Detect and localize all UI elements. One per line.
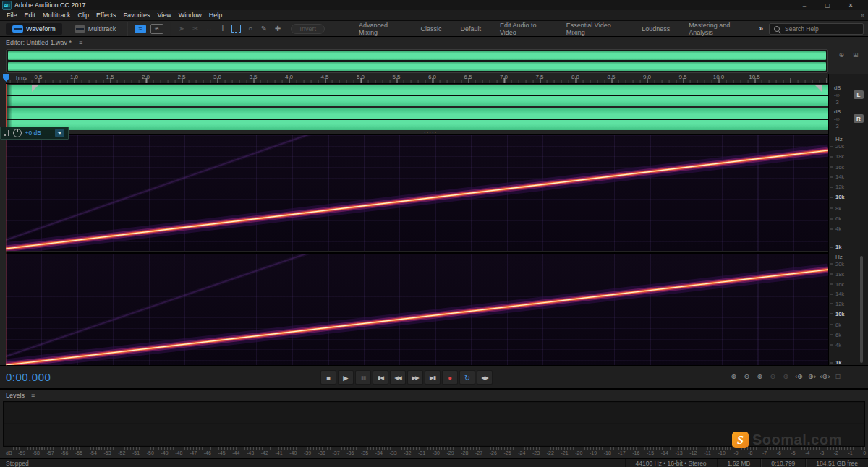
- overview-waveform-left: [8, 51, 826, 60]
- menu-window[interactable]: Window: [175, 12, 205, 19]
- workspace-essential-video-mixing[interactable]: Essential Video Mixing: [557, 22, 632, 36]
- menu-help[interactable]: Help: [205, 12, 226, 19]
- levels-scale-label: -40: [289, 450, 297, 455]
- skip-to-start-button[interactable]: ▮◀: [373, 370, 388, 385]
- skip-to-end-button[interactable]: ▶▮: [425, 370, 441, 385]
- levels-scale-label: -32: [404, 450, 411, 455]
- workspace-mastering-and-analysis[interactable]: Mastering and Analysis: [679, 22, 756, 36]
- zoom-in-amplitude-button[interactable]: ⊕: [728, 371, 739, 382]
- invert-button[interactable]: Invert: [291, 24, 325, 34]
- skip-selection-button[interactable]: ◀▶: [477, 370, 493, 385]
- time-selection-tool[interactable]: I: [216, 23, 229, 35]
- levels-scale-label: -18: [604, 450, 611, 455]
- workspace-classic[interactable]: Classic: [411, 25, 451, 33]
- record-button[interactable]: ●: [442, 370, 458, 385]
- workspace-loudness[interactable]: Loudness: [632, 25, 679, 33]
- panel-splitter-handle[interactable]: ·····: [424, 129, 437, 136]
- fast-forward-button[interactable]: ▶▶: [407, 370, 423, 385]
- grid-settings-icon[interactable]: ⊞: [853, 51, 859, 59]
- razor-tool[interactable]: ✂: [189, 23, 201, 35]
- levels-scale-label: -49: [161, 450, 168, 455]
- channel-left-button[interactable]: L: [854, 90, 864, 99]
- waveform-display-icon[interactable]: ≈: [135, 25, 146, 33]
- time-display[interactable]: 0:00.000: [6, 371, 51, 383]
- workspace-edit-audio-to-video[interactable]: Edit Audio to Video: [490, 22, 557, 36]
- waveform-channel-right[interactable]: [6, 108, 828, 130]
- panel-menu-icon[interactable]: ≡: [31, 392, 35, 399]
- spectral-display-right[interactable]: [6, 252, 828, 367]
- levels-scale-label: -11: [704, 450, 711, 455]
- vertical-zoom-icon[interactable]: ⊕: [838, 51, 844, 59]
- levels-scale-label: -10: [718, 450, 726, 455]
- editor-panel: Editor: Untitled 1.wav * ≡ ⊕ ⊞ hms 0.51.…: [0, 36, 868, 365]
- menu-clip[interactable]: Clip: [75, 12, 93, 19]
- waveform-view-button[interactable]: Waveform: [6, 23, 62, 35]
- workspace-overflow-icon[interactable]: »: [759, 25, 763, 33]
- levels-scale-label: -45: [218, 450, 225, 455]
- search-box[interactable]: [769, 23, 864, 35]
- loop-playback-button[interactable]: ↻: [459, 370, 475, 385]
- fade-in-handle[interactable]: [32, 85, 38, 92]
- zoom-in-left-edge-button[interactable]: ‹⊕: [793, 371, 804, 382]
- multitrack-view-button[interactable]: Multitrack: [68, 23, 123, 35]
- playback-status: Stopped: [6, 460, 29, 467]
- fade-out-handle[interactable]: [815, 85, 822, 92]
- close-button[interactable]: ✕: [839, 2, 862, 9]
- move-tool[interactable]: ➤: [175, 23, 187, 35]
- zoom-to-selection-button[interactable]: ‹⊕›: [820, 371, 830, 382]
- rewind-button[interactable]: ◀◀: [390, 370, 406, 385]
- menu-overflow-icon[interactable]: »: [861, 12, 864, 19]
- spectral-display-icon[interactable]: ≋: [150, 24, 163, 34]
- play-button[interactable]: ▶: [338, 370, 354, 385]
- levels-scale-label: -19: [590, 450, 597, 455]
- overview-strip[interactable]: [6, 49, 828, 73]
- waveform-channel-left[interactable]: [6, 85, 828, 106]
- panel-menu-icon[interactable]: ≡: [79, 39, 82, 46]
- meter-track-left: [4, 403, 864, 423]
- menu-multitrack[interactable]: Multitrack: [39, 12, 75, 19]
- zoom-reset-button[interactable]: ⊕: [780, 371, 791, 382]
- timeline-ruler[interactable]: hms 0.51.01.52.02.53.03.54.04.55.05.56.0…: [6, 74, 828, 84]
- vertical-scrollbar[interactable]: [860, 256, 863, 363]
- gain-value[interactable]: +0 dB: [25, 129, 41, 137]
- zoom-out-time-button[interactable]: ⊖: [767, 371, 778, 382]
- levels-scale-label: -14: [661, 450, 668, 455]
- menu-effects[interactable]: Effects: [93, 12, 119, 19]
- workspace-advanced-mixing[interactable]: Advanced Mixing: [349, 22, 411, 36]
- channel-right-button[interactable]: R: [854, 114, 864, 123]
- maximize-button[interactable]: ▢: [816, 2, 839, 9]
- lasso-selection-tool[interactable]: ○: [244, 23, 256, 35]
- menu-bar: FileEditMultitrackClipEffectsFavoritesVi…: [0, 10, 868, 20]
- marquee-selection-tool[interactable]: [230, 23, 242, 35]
- levels-scale-label: -58: [33, 450, 40, 455]
- search-input[interactable]: [783, 25, 859, 33]
- levels-scale-label: -21: [561, 450, 568, 455]
- menu-edit[interactable]: Edit: [21, 12, 40, 19]
- menu-view[interactable]: View: [153, 12, 174, 19]
- zoom-out-amplitude-button[interactable]: ⊖: [741, 371, 752, 382]
- slip-tool[interactable]: ↔: [203, 23, 215, 35]
- menu-favorites[interactable]: Favorites: [119, 12, 153, 19]
- levels-scale-label: -13: [675, 450, 682, 455]
- ruler-tick-label: 1.5: [106, 74, 114, 80]
- minimize-button[interactable]: –: [793, 2, 816, 9]
- gain-knob-icon[interactable]: [13, 129, 22, 137]
- zoom-in-time-button[interactable]: ⊕: [754, 371, 765, 382]
- levels-scale-label: -44: [232, 450, 239, 455]
- pause-button[interactable]: ▮▮: [355, 370, 371, 385]
- spot-healing-brush-tool[interactable]: ✚: [271, 23, 284, 35]
- frequency-sweep-left: [6, 135, 828, 251]
- paintbrush-selection-tool[interactable]: ✎: [258, 23, 270, 35]
- watermark-text: Soomal.com: [752, 432, 842, 448]
- gain-hud[interactable]: +0 dB ➤: [0, 127, 69, 140]
- spectral-display-left[interactable]: [6, 134, 828, 251]
- pin-hud-icon[interactable]: ➤: [55, 129, 64, 137]
- stop-button[interactable]: ■: [320, 370, 336, 385]
- workspace-default[interactable]: Default: [451, 25, 490, 33]
- levels-scale-label: -29: [446, 450, 454, 455]
- zoom-in-right-edge-button[interactable]: ⊕›: [807, 371, 817, 382]
- zoom-full-button[interactable]: ⊡: [833, 371, 843, 382]
- ruler-tick-label: 2.0: [142, 74, 150, 80]
- menu-file[interactable]: File: [3, 12, 21, 19]
- hz-unit-label: Hz: [835, 136, 843, 142]
